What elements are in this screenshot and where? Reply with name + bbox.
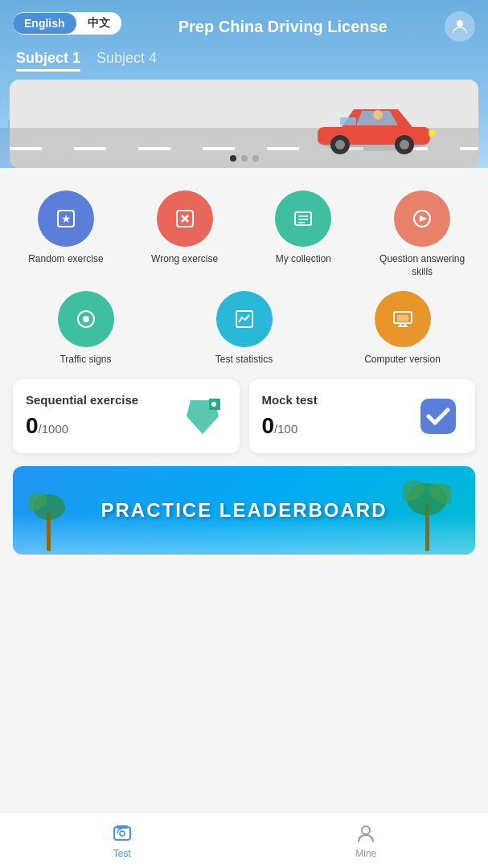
dot-3 bbox=[252, 155, 259, 162]
svg-point-34 bbox=[83, 316, 89, 322]
app-title: Prep China Driving License bbox=[121, 18, 445, 36]
question-answering-item[interactable]: Question answering skills bbox=[369, 190, 475, 278]
traffic-signs-label: Traffic signs bbox=[59, 354, 111, 366]
test-statistics-icon-circle bbox=[216, 291, 273, 347]
bottom-navigation: Test Mine bbox=[0, 812, 488, 868]
wrong-exercise-icon-circle bbox=[157, 190, 213, 247]
computer-version-icon-circle bbox=[375, 291, 431, 347]
test-nav-icon bbox=[111, 822, 133, 845]
tab-subject1[interactable]: Subject 1 bbox=[16, 50, 80, 72]
svg-text:★: ★ bbox=[60, 212, 71, 225]
my-collection-item[interactable]: My collection bbox=[251, 190, 357, 278]
leaderboard-banner[interactable]: PRACTICE LEADERBOARD bbox=[13, 466, 475, 555]
lang-chinese-button[interactable]: 中文 bbox=[76, 12, 121, 35]
mock-test-icon bbox=[414, 392, 462, 440]
car-banner bbox=[10, 80, 478, 168]
exercise-cards: Sequential exercise 0/1000 bbox=[13, 379, 475, 453]
svg-rect-20 bbox=[429, 130, 435, 137]
leaderboard-title: PRACTICE LEADERBOARD bbox=[100, 499, 387, 522]
svg-point-52 bbox=[120, 831, 125, 836]
mine-nav-icon bbox=[355, 822, 377, 845]
tab-subject4[interactable]: Subject 4 bbox=[96, 50, 157, 72]
svg-point-21 bbox=[373, 110, 383, 120]
car-image bbox=[310, 95, 438, 158]
sequential-exercise-info: Sequential exercise 0/1000 bbox=[26, 393, 138, 439]
mock-test-card[interactable]: Mock test 0/100 bbox=[249, 379, 476, 453]
computer-version-label: Computer version bbox=[364, 354, 441, 366]
lang-english-button[interactable]: English bbox=[13, 13, 76, 34]
sequential-exercise-icon bbox=[178, 392, 227, 440]
main-content: ★ Random exercise Wrong exercise bbox=[0, 178, 488, 645]
header: English 中文 Prep China Driving License Su… bbox=[0, 0, 488, 168]
mock-test-total: /100 bbox=[274, 422, 297, 436]
svg-rect-42 bbox=[420, 399, 456, 434]
random-exercise-item[interactable]: ★ Random exercise bbox=[13, 190, 119, 278]
dot-2 bbox=[241, 155, 248, 162]
language-switcher[interactable]: English 中文 bbox=[13, 12, 121, 35]
wrong-exercise-label: Wrong exercise bbox=[151, 253, 218, 266]
traffic-signs-item[interactable]: Traffic signs bbox=[13, 291, 158, 366]
test-statistics-label: Test statistics bbox=[215, 354, 273, 366]
question-answering-icon-circle bbox=[394, 190, 450, 247]
mock-test-title: Mock test bbox=[262, 393, 318, 407]
feature-grid-2: Traffic signs Test statistics bbox=[13, 291, 475, 366]
svg-point-53 bbox=[362, 826, 370, 834]
traffic-signs-icon-circle bbox=[58, 291, 114, 347]
test-statistics-item[interactable]: Test statistics bbox=[171, 291, 317, 366]
svg-rect-15 bbox=[340, 117, 356, 125]
computer-version-item[interactable]: Computer version bbox=[330, 291, 475, 366]
question-answering-label: Question answering skills bbox=[369, 253, 475, 278]
random-exercise-icon-circle: ★ bbox=[38, 190, 94, 247]
banner-dots bbox=[230, 155, 259, 162]
header-top-row: English 中文 Prep China Driving License bbox=[13, 11, 475, 42]
test-nav-label: Test bbox=[113, 848, 131, 859]
nav-test[interactable]: Test bbox=[0, 813, 244, 868]
user-avatar[interactable] bbox=[445, 11, 475, 42]
my-collection-label: My collection bbox=[276, 253, 331, 266]
random-exercise-label: Random exercise bbox=[28, 253, 103, 266]
svg-rect-40 bbox=[397, 315, 408, 321]
subject-tabs: Subject 1 Subject 4 bbox=[13, 50, 475, 72]
my-collection-icon-circle bbox=[275, 190, 331, 247]
palm-tree-right bbox=[403, 466, 451, 555]
svg-marker-32 bbox=[420, 215, 427, 222]
nav-mine[interactable]: Mine bbox=[244, 813, 489, 868]
svg-point-17 bbox=[335, 140, 345, 149]
mock-test-info: Mock test 0/100 bbox=[262, 393, 318, 439]
svg-point-0 bbox=[457, 20, 463, 27]
mine-nav-label: Mine bbox=[355, 848, 376, 859]
mock-test-count: 0/100 bbox=[262, 413, 318, 439]
dot-1 bbox=[230, 155, 236, 162]
feature-grid-1: ★ Random exercise Wrong exercise bbox=[13, 190, 475, 278]
sequential-exercise-card[interactable]: Sequential exercise 0/1000 bbox=[13, 379, 240, 453]
sequential-exercise-count: 0/1000 bbox=[26, 413, 138, 439]
sequential-exercise-title: Sequential exercise bbox=[26, 393, 138, 407]
svg-point-19 bbox=[400, 140, 409, 149]
wrong-exercise-item[interactable]: Wrong exercise bbox=[132, 190, 238, 278]
svg-point-41 bbox=[211, 402, 216, 407]
palm-tree-left bbox=[29, 479, 69, 555]
sequential-exercise-total: /1000 bbox=[39, 422, 69, 436]
